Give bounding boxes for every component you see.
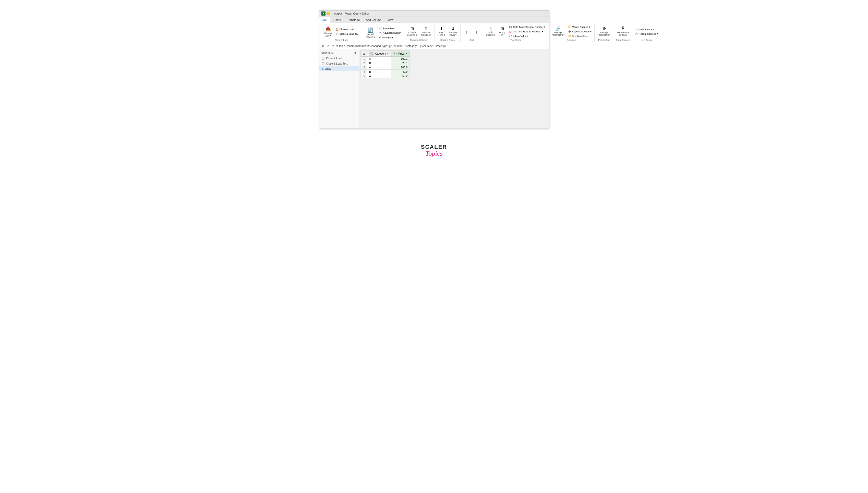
tab-view[interactable]: View xyxy=(384,17,397,23)
row-num-4: 4 xyxy=(361,69,367,74)
power-query-editor-window: X 🙂 | output - Power Query Editor File H… xyxy=(319,10,549,128)
sidebar-close-load-to-icon: 📋 xyxy=(321,62,325,65)
tab-file[interactable]: File xyxy=(319,17,330,23)
data-source-label: Data sourcesettings xyxy=(617,31,629,36)
combine-col: 🔀 Merge Queries ▾ ➕ Append Queries ▾ 📂 C… xyxy=(567,25,593,38)
sidebar-close-load-label: Close & Load xyxy=(326,57,342,60)
group-close-load-content: 📤 Close &Load ▾ 📋 Close & Load 📋 Close &… xyxy=(322,25,360,38)
sidebar-item-output[interactable]: ⊞ output xyxy=(319,66,359,71)
close-load-to-item[interactable]: 📋 Close & Load To... xyxy=(335,31,360,36)
sort-desc-button[interactable]: ↓ xyxy=(472,28,481,35)
category-cell-4: B xyxy=(367,69,391,74)
confirm-formula-button[interactable]: ✓ xyxy=(326,44,330,48)
manage-label: Manage ▾ xyxy=(382,36,393,39)
recent-sources-button[interactable]: 🕐 Recent Sources ▾ xyxy=(634,31,659,36)
row-num-1: 1 xyxy=(361,57,367,61)
parameters-icon: ⚙ xyxy=(602,27,606,31)
sidebar-item-close-load[interactable]: 📋 Close & Load xyxy=(319,56,359,61)
properties-button[interactable]: 📄 Properties xyxy=(378,26,402,30)
formula-bar: ✕ ✓ fx = Table.RenameColumns(#"Changed T… xyxy=(319,43,549,49)
remove-columns-icon: 🗑 xyxy=(424,27,428,31)
parameters-manage-button[interactable]: ⚙ ManageParameters ▾ xyxy=(596,26,612,37)
split-column-button[interactable]: ⧖ SplitColumn ▾ xyxy=(485,26,497,37)
group-by-button[interactable]: ⊞ GroupBy xyxy=(497,26,507,37)
tab-add-column[interactable]: Add Column xyxy=(363,17,384,23)
category-col-header: ABC Category ▼ xyxy=(369,51,389,56)
transform-col: 1.2 Data Type: Decimal Number ▾ 📊 Use Fi… xyxy=(508,25,547,38)
tab-home[interactable]: Home xyxy=(330,17,344,23)
refresh-preview-button[interactable]: 🔄 RefreshPreview ▾ xyxy=(364,26,377,39)
close-load-item[interactable]: 📋 Close & Load xyxy=(335,27,360,31)
new-source-button[interactable]: 📄 New Source ▾ xyxy=(634,27,659,31)
parameters-label: ManageParameters ▾ xyxy=(598,31,611,36)
group-reduce-rows: ⬆ KeepRows ▾ ⬇ RemoveRows ▾ Reduce Rows xyxy=(435,24,460,42)
data-source-settings-button[interactable]: 🗄 Data sourcesettings xyxy=(615,26,630,37)
combine-files-button[interactable]: 📂 Combine Files xyxy=(567,34,593,38)
price-cell-1: 100.1 xyxy=(391,57,409,61)
category-cell-2: B xyxy=(367,61,391,65)
group-parameters: ⚙ ManageParameters ▾ Parameters xyxy=(595,24,614,42)
cancel-formula-button[interactable]: ✕ xyxy=(321,44,325,48)
manage-button[interactable]: ⚙ Manage ▾ xyxy=(378,35,402,40)
combine-files-icon: 📂 xyxy=(568,35,571,38)
price-cell-2: 20.1 xyxy=(391,61,409,65)
refresh-icon: 🔄 xyxy=(368,27,373,33)
sidebar-close-load-icon: 📋 xyxy=(321,57,325,60)
data-source-icon: 🗄 xyxy=(621,27,625,31)
group-combine-label: Combine xyxy=(567,39,576,41)
group-query-content: 🔄 RefreshPreview ▾ 📄 Properties 🔧 Advanc… xyxy=(364,25,402,41)
window-title: output - Power Query Editor xyxy=(334,12,369,15)
group-manage-columns-label: Manage Columns xyxy=(410,39,428,41)
advanced-editor-button[interactable]: 🔧 Advanced Editor xyxy=(378,30,402,35)
excel-icon: X xyxy=(321,12,325,16)
row-num-2: 2 xyxy=(361,61,367,65)
table-header-row: ⊞ ABC Category ▼ 1.2 Pr xyxy=(361,51,410,57)
append-queries-button[interactable]: ➕ Append Queries ▾ xyxy=(567,29,593,34)
title-bar-icons: X 🙂 | xyxy=(321,12,332,16)
first-row-button[interactable]: 📊 Use First Row as Headers ▾ xyxy=(508,29,547,34)
data-type-button[interactable]: 1.2 Data Type: Decimal Number ▾ xyxy=(508,25,547,29)
group-parameters-content: ⚙ ManageParameters ▾ xyxy=(596,25,612,38)
price-type-icon: 1.2 xyxy=(394,52,398,55)
price-col-header: 1.2 Price ▼ xyxy=(394,52,407,55)
close-load-col: 📋 Close & Load 📋 Close & Load To... xyxy=(335,27,360,36)
title-bar: X 🙂 | output - Power Query Editor xyxy=(319,10,549,17)
choose-columns-button[interactable]: ⊞ ChooseColumns ▾ xyxy=(405,26,419,37)
category-header[interactable]: ABC Category ▼ xyxy=(367,51,391,57)
new-source-label: New Source ▾ xyxy=(639,28,654,30)
group-reduce-rows-content: ⬆ KeepRows ▾ ⬇ RemoveRows ▾ xyxy=(436,25,459,38)
formula-icons: ✕ ✓ xyxy=(321,44,330,48)
table-body: 1 A 100.1 2 B 20.1 3 A 100.8 xyxy=(361,57,410,78)
replace-values-icon: ↕ xyxy=(509,35,510,38)
group-new-query-content: 📄 New Source ▾ 🕐 Recent Sources ▾ xyxy=(634,25,659,38)
new-query-col: 📄 New Source ▾ 🕐 Recent Sources ▾ xyxy=(634,27,659,36)
price-filter-icon[interactable]: ▼ xyxy=(405,52,407,55)
recent-sources-icon: 🕐 xyxy=(635,33,638,35)
sort-asc-button[interactable]: ↑ xyxy=(462,28,471,35)
sidebar-item-close-load-to[interactable]: 📋 Close & Load To... xyxy=(319,61,359,66)
collapse-sidebar-button[interactable]: ◀ xyxy=(353,51,357,55)
remove-columns-button[interactable]: 🗑 RemoveColumns ▾ xyxy=(420,26,433,37)
replace-values-button[interactable]: ↕ Replace Values xyxy=(508,34,547,38)
close-load-to-label: Close & Load To... xyxy=(340,33,359,35)
tab-transform[interactable]: Transform xyxy=(344,17,363,23)
sidebar-close-load-to-label: Close & Load To... xyxy=(326,62,348,65)
remove-rows-icon: ⬇ xyxy=(451,27,455,31)
group-query: 🔄 RefreshPreview ▾ 📄 Properties 🔧 Advanc… xyxy=(362,24,404,42)
data-type-icon: 1.2 xyxy=(509,25,512,28)
first-row-label: Use First Row as Headers ▾ xyxy=(513,30,543,33)
group-transform: ⧖ SplitColumn ▾ ⊞ GroupBy 1.2 Data Type:… xyxy=(483,24,549,42)
data-type-label: Data Type: Decimal Number ▾ xyxy=(513,25,546,28)
refresh-label: RefreshPreview ▾ xyxy=(365,33,375,38)
table-row: 4 B 40.9 xyxy=(361,69,410,74)
group-transform-label: Transform xyxy=(510,39,521,41)
properties-icon: 📄 xyxy=(379,27,382,29)
merge-queries-icon: 🔀 xyxy=(568,25,571,28)
price-header[interactable]: 1.2 Price ▼ xyxy=(391,51,409,57)
category-filter-icon[interactable]: ▼ xyxy=(387,52,389,55)
close-load-button[interactable]: 📤 Close &Load ▾ xyxy=(322,25,334,38)
keep-rows-button[interactable]: ⬆ KeepRows ▾ xyxy=(436,26,447,37)
manage-parameters-button[interactable]: 🔗 ManageParameters ▾ xyxy=(550,26,566,37)
remove-rows-button[interactable]: ⬇ RemoveRows ▾ xyxy=(447,26,459,37)
merge-queries-button[interactable]: 🔀 Merge Queries ▾ xyxy=(567,25,593,29)
